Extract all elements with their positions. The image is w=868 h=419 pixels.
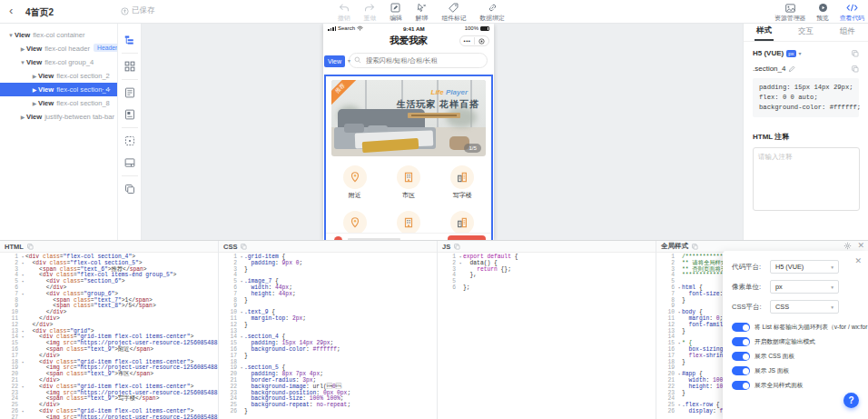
- more-options-icon[interactable]: ···: [102, 83, 112, 96]
- edit-pencil-icon[interactable]: [788, 65, 795, 73]
- selection-caret-icon[interactable]: ▾: [348, 57, 350, 64]
- tree-item-section_2[interactable]: ▶Viewflex-col section_2: [0, 69, 117, 83]
- html-note-textarea[interactable]: [753, 147, 860, 211]
- code-editor-html[interactable]: 1▾<div class="flex-col section_4">2▾ <di…: [0, 253, 218, 419]
- chevron-right-icon[interactable]: ▶: [31, 70, 38, 84]
- image-icon: [785, 1, 795, 13]
- layers-tree-icon[interactable]: [118, 29, 142, 51]
- inspector-tabs: 样式交互组件: [744, 24, 868, 42]
- banner-brand: Life Player: [431, 88, 469, 96]
- pane-title: HTML: [5, 243, 24, 251]
- header-badge: Header: [94, 44, 118, 52]
- contact-strip[interactable]: [326, 233, 491, 240]
- close-panel-icon[interactable]: ✕: [857, 242, 864, 250]
- window-panel-icon[interactable]: [118, 152, 142, 174]
- category-写字楼[interactable]: 写字楼: [436, 160, 489, 205]
- code-editor-js[interactable]: 1▾export default {2▾ data() {3 return {}…: [438, 253, 656, 419]
- category-grid: 附近市区写字楼郊区公寓城中村: [328, 160, 489, 240]
- toolbar-tag-button[interactable]: 组件标记: [441, 1, 466, 23]
- code-editor-css[interactable]: 1▾.grid-item {2 padding: 9px 0;3}45▾.ima…: [219, 253, 437, 419]
- chevron-down-icon[interactable]: ▼: [7, 29, 15, 43]
- select-像素单位[interactable]: px▾: [770, 280, 839, 294]
- overlap-squares-icon[interactable]: [118, 178, 142, 200]
- code-icon: [846, 1, 858, 13]
- chevron-down-icon: ▾: [831, 304, 833, 310]
- settings-gear-icon[interactable]: [843, 242, 852, 250]
- tree-item-container[interactable]: ▼Viewflex-col container: [0, 28, 117, 42]
- banner-image[interactable]: 推荐 Life Player 生活玩家 花样百搭 1/5: [331, 80, 486, 156]
- copy-icon[interactable]: [241, 244, 247, 250]
- tree-item-group_4[interactable]: ▼Viewflex-col group_4: [0, 55, 117, 69]
- toolbar-link-button[interactable]: 数据绑定: [480, 1, 505, 23]
- components-grid-icon[interactable]: [118, 55, 142, 77]
- tree-item-section_8[interactable]: ▶Viewflex-col section_8: [0, 96, 117, 110]
- doc-lines-icon[interactable]: [118, 82, 142, 104]
- phone-nav-bar: 我爱我家 •••: [323, 33, 494, 49]
- doc-block-icon[interactable]: [118, 104, 142, 125]
- location-pin-icon: [343, 211, 367, 234]
- toggle-switch[interactable]: [732, 337, 750, 346]
- selection-view-tag[interactable]: View: [324, 55, 345, 67]
- select-代码平台[interactable]: H5 (VUE)▾: [770, 260, 839, 274]
- html-note-label: HTML 注释: [753, 132, 859, 142]
- design-canvas[interactable]: Search 9:41 AM 100% 我爱我家 •••: [142, 24, 743, 240]
- toggle-switch[interactable]: [732, 352, 750, 361]
- battery-percent: 100%: [465, 25, 478, 31]
- chevron-right-icon[interactable]: ▶: [31, 84, 38, 97]
- towers-icon: [450, 165, 474, 189]
- toolbar-unbind-button[interactable]: 解绑: [416, 1, 429, 23]
- select-CSS平台[interactable]: CSS▾: [770, 300, 839, 314]
- copy-icon[interactable]: [27, 244, 34, 250]
- banner-sub-strip: [408, 113, 460, 118]
- toolbar-edit-button[interactable]: 编辑: [390, 1, 402, 23]
- dashed-select-icon[interactable]: [118, 130, 142, 152]
- category-附近[interactable]: 附近: [328, 160, 381, 205]
- wifi-icon: [357, 25, 363, 31]
- toolbar-code-button[interactable]: 查看代码: [840, 1, 864, 23]
- status-time: 9:41 AM: [363, 25, 465, 32]
- tree-item-header[interactable]: ▶Viewflex-col headerHeader: [0, 42, 117, 55]
- tab-组件[interactable]: 组件: [838, 25, 857, 40]
- page-title: 4首页2: [25, 6, 54, 19]
- chevron-down-icon[interactable]: ▼: [19, 56, 26, 70]
- more-dots-icon[interactable]: •••: [460, 38, 474, 44]
- tab-交互[interactable]: 交互: [796, 25, 815, 40]
- back-icon[interactable]: ‹: [9, 4, 13, 17]
- copy-icon[interactable]: [692, 244, 698, 250]
- unbind-icon: [417, 1, 427, 13]
- chevron-right-icon[interactable]: ▶: [31, 97, 38, 111]
- phone-preview[interactable]: Search 9:41 AM 100% 我爱我家 •••: [323, 24, 494, 240]
- search-icon: [354, 56, 361, 64]
- miniprogram-capsule[interactable]: •••: [459, 35, 489, 46]
- selected-class-label: .section_4: [753, 65, 785, 73]
- chevron-right-icon[interactable]: ▶: [19, 111, 26, 125]
- toolbar-image-button[interactable]: 资源管理器: [774, 1, 805, 23]
- selection-outline[interactable]: 推荐 Life Player 生活玩家 花样百搭 1/5 附近市区写字楼郊区公寓…: [324, 75, 493, 240]
- category-市区[interactable]: 市区: [381, 160, 435, 205]
- play-icon: [818, 1, 828, 13]
- phone-search-row: View ▾: [323, 49, 494, 73]
- toggle-switch[interactable]: [732, 323, 750, 332]
- close-icon[interactable]: ✕: [854, 257, 862, 265]
- platform-caret-icon[interactable]: ▾: [799, 50, 802, 56]
- chevron-right-icon[interactable]: ▶: [19, 43, 26, 56]
- selected-css-box[interactable]: padding: 15px 14px 29px; flex: 0 0 auto;…: [753, 78, 859, 117]
- saved-cloud-icon: [121, 7, 129, 15]
- toolbar-play-button[interactable]: 预览: [816, 1, 829, 23]
- tree-item-tab-bar[interactable]: ▶Viewjustify-between tab-bar: [0, 110, 117, 124]
- help-button[interactable]: ?: [843, 393, 859, 408]
- close-target-icon[interactable]: [475, 38, 488, 45]
- copy-icon[interactable]: [454, 244, 460, 250]
- signal-bars-icon: [328, 26, 336, 31]
- copy-icon[interactable]: [852, 50, 859, 57]
- carrier-label: Search: [338, 25, 355, 31]
- search-input[interactable]: [349, 53, 488, 68]
- toggle-switch[interactable]: [732, 381, 750, 390]
- layer-tree-panel: ▼Viewflex-col container▶Viewflex-col hea…: [0, 24, 118, 240]
- toggle-switch[interactable]: [732, 366, 750, 375]
- battery-icon: [480, 26, 489, 31]
- platform-label[interactable]: H5 (VUE): [753, 49, 784, 57]
- tab-样式[interactable]: 样式: [755, 24, 774, 41]
- copy-icon[interactable]: [852, 65, 859, 73]
- tree-item-section_4[interactable]: ▶Viewflex-col section_4···: [0, 83, 117, 96]
